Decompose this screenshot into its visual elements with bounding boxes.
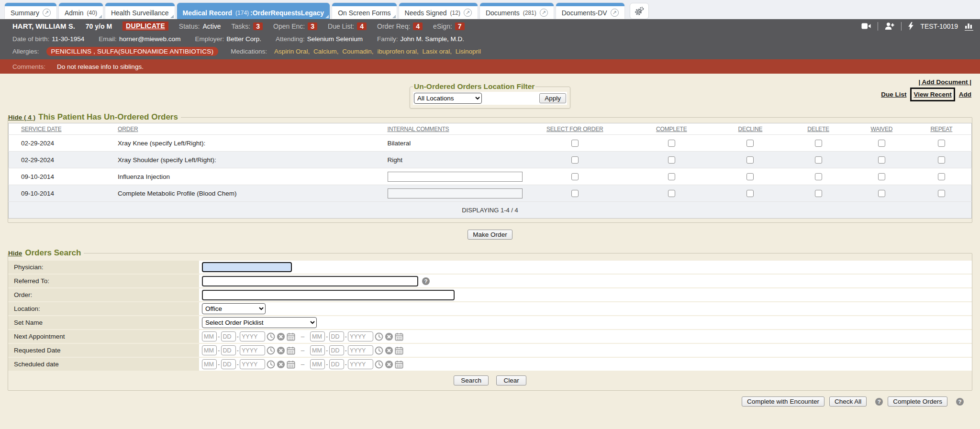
repeat-checkbox[interactable] [938, 190, 945, 197]
complete-checkbox[interactable] [668, 173, 675, 180]
repeat-checkbox[interactable] [938, 156, 945, 164]
location-select[interactable]: Office [202, 303, 266, 314]
calendar-icon[interactable] [287, 346, 295, 355]
clock-icon[interactable] [267, 360, 275, 369]
col-decline[interactable]: DECLINE [738, 126, 763, 132]
tab-medical-record[interactable]: Medical Record (174) :OrderRequestsLegac… [177, 3, 330, 19]
view-recent-link[interactable]: View Recent [913, 91, 951, 98]
clear-date-icon[interactable] [277, 346, 285, 355]
col-order[interactable]: ORDER [118, 126, 138, 132]
video-camera-icon[interactable] [861, 22, 871, 30]
make-order-button[interactable]: Make Order [468, 230, 512, 240]
delete-checkbox[interactable] [815, 156, 822, 164]
delete-checkbox[interactable] [815, 190, 822, 197]
delete-checkbox[interactable] [815, 140, 822, 147]
hide-orders-link[interactable]: Hide ( 4 ) [8, 114, 35, 121]
medication-link[interactable]: Aspirin Oral [274, 48, 308, 55]
month-input[interactable] [310, 331, 325, 341]
year-input[interactable] [240, 345, 265, 355]
check-all-button[interactable]: Check All [829, 396, 867, 407]
month-input[interactable] [310, 345, 325, 355]
tab-documents[interactable]: Documents (281) ↗ [480, 3, 554, 19]
complete-checkbox[interactable] [668, 190, 675, 197]
medication-link[interactable]: ibuprofen oral [377, 48, 417, 55]
clear-date-icon[interactable] [385, 360, 393, 369]
day-input[interactable] [329, 331, 344, 341]
col-select-for-order[interactable]: SELECT FOR ORDER [546, 126, 603, 132]
clock-icon[interactable] [267, 346, 275, 355]
calendar-icon[interactable] [395, 346, 403, 355]
day-input[interactable] [221, 345, 236, 355]
day-input[interactable] [329, 359, 344, 369]
calendar-icon[interactable] [287, 332, 295, 341]
delete-checkbox[interactable] [815, 173, 822, 180]
calendar-icon[interactable] [287, 360, 295, 369]
select-for-order-checkbox[interactable] [571, 140, 579, 147]
clock-icon[interactable] [375, 360, 383, 369]
waived-checkbox[interactable] [878, 140, 885, 147]
month-input[interactable] [202, 331, 217, 341]
add-document-link[interactable]: | Add Document | [918, 78, 971, 86]
year-input[interactable] [348, 359, 373, 369]
day-input[interactable] [329, 345, 344, 355]
help-icon[interactable]: ? [875, 398, 883, 406]
hide-search-link[interactable]: Hide [8, 250, 22, 257]
medication-link[interactable]: Lasix oral [422, 48, 450, 55]
year-input[interactable] [240, 331, 265, 341]
calendar-icon[interactable] [395, 332, 403, 341]
year-input[interactable] [348, 331, 373, 341]
clear-date-icon[interactable] [385, 332, 393, 341]
external-link-icon[interactable]: ↗ [611, 9, 619, 17]
complete-checkbox[interactable] [668, 140, 675, 147]
location-filter-select[interactable]: All Locations [414, 93, 482, 104]
search-button[interactable]: Search [454, 375, 489, 385]
clear-date-icon[interactable] [277, 360, 285, 369]
col-internal-comments[interactable]: INTERNAL COMMENTS [388, 126, 449, 132]
col-delete[interactable]: DELETE [807, 126, 829, 132]
tab-summary[interactable]: Summary ↗ [5, 3, 56, 19]
tasks-count-badge[interactable]: 3 [253, 22, 263, 30]
clock-icon[interactable] [267, 332, 275, 341]
col-repeat[interactable]: REPEAT [930, 126, 952, 132]
tab-admin[interactable]: Admin (40) [59, 3, 103, 19]
medication-link[interactable]: Lisinopril [456, 48, 481, 55]
clock-icon[interactable] [375, 346, 383, 355]
year-input[interactable] [240, 359, 265, 369]
decline-checkbox[interactable] [746, 173, 754, 180]
due-list-link[interactable]: Due List [881, 89, 906, 100]
decline-checkbox[interactable] [746, 190, 754, 197]
select-for-order-checkbox[interactable] [571, 173, 579, 180]
internal-comment-input[interactable] [388, 188, 523, 198]
flowsheet-link[interactable] [965, 22, 973, 31]
tab-documents-dv[interactable]: Documents-DV ↗ [556, 3, 624, 19]
repeat-checkbox[interactable] [938, 173, 945, 180]
decline-checkbox[interactable] [746, 140, 754, 147]
decline-checkbox[interactable] [746, 156, 754, 164]
add-person-icon[interactable] [885, 22, 894, 30]
order-req-count-badge[interactable]: 4 [413, 22, 423, 30]
external-link-icon[interactable]: ↗ [540, 9, 548, 17]
complete-orders-button[interactable]: Complete Orders [888, 396, 947, 407]
repeat-checkbox[interactable] [938, 140, 945, 147]
col-complete[interactable]: COMPLETE [656, 126, 687, 132]
medication-link[interactable]: Calcium [313, 48, 337, 55]
tab-on-screen-forms[interactable]: On Screen Forms [332, 3, 396, 19]
day-input[interactable] [221, 331, 236, 341]
internal-comment-input[interactable] [388, 172, 523, 182]
calendar-icon[interactable] [395, 360, 403, 369]
clear-date-icon[interactable] [277, 332, 285, 341]
esign-count-badge[interactable]: 7 [455, 22, 465, 30]
allergies-badge[interactable]: PENICILLINS , SULFA(SULFONAMIDE ANTIBIOT… [46, 47, 219, 56]
day-input[interactable] [221, 359, 236, 369]
external-link-icon[interactable]: ↗ [43, 9, 51, 17]
clear-date-icon[interactable] [385, 346, 393, 355]
apply-button[interactable]: Apply [539, 93, 566, 103]
external-link-icon[interactable]: ↗ [464, 9, 472, 17]
duplicate-link[interactable]: DUPLICATE [122, 22, 168, 31]
year-input[interactable] [348, 345, 373, 355]
month-input[interactable] [310, 359, 325, 369]
due-list-count-badge[interactable]: 4 [357, 22, 367, 30]
tab-health-surveillance[interactable]: Health Surveillance [105, 3, 175, 19]
complete-checkbox[interactable] [668, 156, 675, 164]
add-link[interactable]: Add [959, 89, 971, 100]
